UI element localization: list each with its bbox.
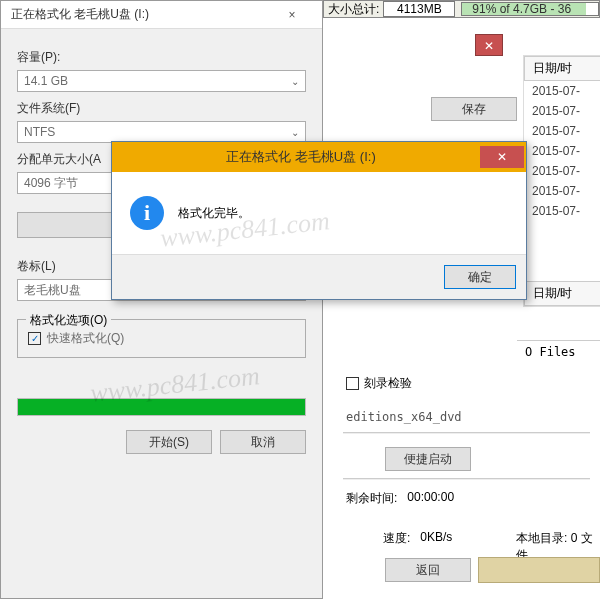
checkbox-unchecked-icon bbox=[346, 377, 359, 390]
list-item[interactable]: 2015-07- bbox=[524, 121, 600, 141]
volume-value: 老毛桃U盘 bbox=[24, 282, 81, 299]
quick-format-label: 快速格式化(Q) bbox=[47, 330, 124, 347]
close-icon[interactable]: ✕ bbox=[475, 34, 503, 56]
list-item[interactable]: 2015-07- bbox=[524, 81, 600, 101]
message-dialog: 正在格式化 老毛桃U盘 (I:) ✕ i 格式化完毕。 确定 bbox=[111, 141, 527, 300]
speed-label: 速度: bbox=[383, 530, 410, 547]
capacity-label: 容量(P): bbox=[17, 49, 306, 66]
start-button[interactable]: 开始(S) bbox=[126, 430, 212, 454]
message-dialog-title: 正在格式化 老毛桃U盘 (I:) bbox=[122, 148, 480, 166]
format-dialog-title: 正在格式化 老毛桃U盘 (I:) bbox=[11, 6, 149, 23]
list-item[interactable]: 2015-07- bbox=[524, 161, 600, 181]
list-item[interactable]: 2015-07- bbox=[524, 141, 600, 161]
date-header-2[interactable]: 日期/时 bbox=[524, 281, 600, 306]
capacity-bar: 91% of 4.7GB - 36 bbox=[461, 2, 599, 16]
chevron-down-icon: ⌄ bbox=[291, 76, 299, 87]
cancel-button[interactable]: 取消 bbox=[220, 430, 306, 454]
back-button[interactable]: 返回 bbox=[385, 558, 471, 582]
format-dialog-titlebar[interactable]: 正在格式化 老毛桃U盘 (I:) × bbox=[1, 1, 322, 29]
message-text: 格式化完毕。 bbox=[178, 205, 250, 222]
format-progress bbox=[17, 398, 306, 416]
list-item[interactable]: 2015-07- bbox=[524, 201, 600, 221]
status-bar bbox=[478, 557, 600, 583]
save-button[interactable]: 保存 bbox=[431, 97, 517, 121]
remaining-value: 00:00:00 bbox=[407, 490, 454, 507]
divider bbox=[343, 478, 590, 480]
message-dialog-titlebar[interactable]: 正在格式化 老毛桃U盘 (I:) ✕ bbox=[112, 142, 526, 172]
ok-button[interactable]: 确定 bbox=[444, 265, 516, 289]
capacity-bar-text: 91% of 4.7GB - 36 bbox=[472, 2, 571, 16]
speed-row: 速度: 0KB/s bbox=[383, 530, 452, 547]
capacity-select[interactable]: 14.1 GB ⌄ bbox=[17, 70, 306, 92]
alloc-value: 4096 字节 bbox=[24, 175, 78, 192]
speed-value: 0KB/s bbox=[420, 530, 452, 547]
capacity-value: 14.1 GB bbox=[24, 74, 68, 88]
list-item[interactable]: 2015-07- bbox=[524, 181, 600, 201]
burn-check-label: 刻录检验 bbox=[364, 375, 412, 392]
size-total-strip: 大小总计: 4113MB 91% of 4.7GB - 36 bbox=[323, 0, 600, 18]
quickboot-button[interactable]: 便捷启动 bbox=[385, 447, 471, 471]
remaining-time: 剩余时间: 00:00:00 bbox=[346, 490, 454, 507]
date-header[interactable]: 日期/时 bbox=[524, 56, 600, 81]
info-icon: i bbox=[130, 196, 164, 230]
filesystem-select[interactable]: NTFS ⌄ bbox=[17, 121, 306, 143]
quick-format-checkbox[interactable]: ✓ 快速格式化(Q) bbox=[28, 330, 295, 347]
checkbox-checked-icon: ✓ bbox=[28, 332, 41, 345]
close-icon[interactable]: ✕ bbox=[480, 146, 524, 168]
iso-files-label: O Files bbox=[517, 340, 600, 363]
close-icon[interactable]: × bbox=[272, 8, 312, 22]
burn-verify-checkbox[interactable]: 刻录检验 bbox=[346, 375, 412, 392]
list-item[interactable]: 2015-07- bbox=[524, 101, 600, 121]
options-legend: 格式化选项(O) bbox=[26, 312, 111, 329]
divider bbox=[343, 432, 590, 434]
progress-bar bbox=[18, 399, 305, 415]
filesystem-label: 文件系统(F) bbox=[17, 100, 306, 117]
date-column: 日期/时 2015-07- 2015-07- 2015-07- 2015-07-… bbox=[523, 55, 600, 307]
size-mb-value: 4113MB bbox=[383, 1, 455, 17]
dvd-filename: editions_x64_dvd bbox=[346, 410, 462, 424]
remaining-label: 剩余时间: bbox=[346, 490, 397, 507]
format-options-group: 格式化选项(O) ✓ 快速格式化(Q) bbox=[17, 319, 306, 358]
size-total-label: 大小总计: bbox=[324, 1, 383, 18]
chevron-down-icon: ⌄ bbox=[291, 127, 299, 138]
filesystem-value: NTFS bbox=[24, 125, 55, 139]
